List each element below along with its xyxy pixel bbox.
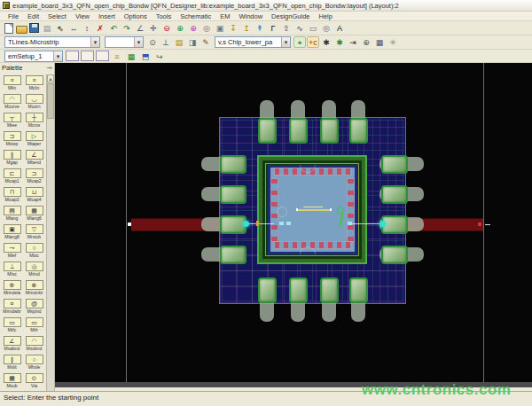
qfn-pad-left-1[interactable]: [220, 155, 246, 174]
insert-polyline-icon[interactable]: ∿: [293, 22, 306, 34]
menu-options[interactable]: Options: [120, 12, 152, 20]
palette-item-micap1[interactable]: ⊏Micap1: [1, 168, 23, 186]
zoom-out-icon[interactable]: ⊖: [160, 22, 173, 34]
palette-item-mcros[interactable]: ┼Mcros: [23, 112, 45, 130]
qfn-pad-right-1[interactable]: [381, 155, 408, 174]
qfn-pad-right-2[interactable]: [381, 185, 408, 204]
palette-item-mrstub[interactable]: ▽Mrstub: [23, 223, 45, 242]
die-bondpads-right[interactable]: [348, 179, 354, 241]
new-file-icon[interactable]: [4, 23, 13, 34]
qfn-pad-top-3[interactable]: [320, 118, 339, 144]
palette-item-msabnd[interactable]: ∠Msabnd: [1, 335, 23, 354]
chevron-down-icon[interactable]: ▼: [90, 37, 99, 47]
bondwire-right[interactable]: [352, 223, 382, 224]
snap-grid-icon[interactable]: ✳: [387, 36, 399, 48]
layout-canvas[interactable]: [55, 63, 532, 387]
insert-path-icon[interactable]: Γ: [267, 22, 279, 34]
menu-designguide[interactable]: DesignGuide: [267, 12, 314, 20]
delete-icon[interactable]: ✗: [94, 22, 106, 34]
chevron-down-icon[interactable]: ▼: [134, 37, 143, 47]
insert-ground-icon[interactable]: ⊥: [160, 36, 172, 48]
palette-item-mcurve[interactable]: ◠Mcurve: [1, 93, 23, 112]
snap-enable-icon[interactable]: ⌖: [293, 36, 306, 48]
insert-text-icon[interactable]: A: [333, 22, 346, 34]
redo-icon[interactable]: ↷: [121, 22, 133, 34]
push-into-hierarchy-icon[interactable]: ↧: [227, 22, 239, 34]
library-browser-icon[interactable]: ▤: [173, 36, 185, 48]
menu-select[interactable]: Select: [43, 12, 71, 20]
menu-schematic[interactable]: Schematic: [176, 12, 215, 20]
pointer-icon[interactable]: ⇖: [54, 22, 66, 34]
port-marker-right[interactable]: [478, 223, 481, 226]
top-level-icon[interactable]: ↟: [254, 22, 266, 34]
menu-file[interactable]: File: [4, 12, 23, 20]
palette-item-mlang8[interactable]: ▣Mlang8: [1, 223, 23, 242]
view-3d-preview-icon[interactable]: ▦: [125, 51, 137, 62]
qfn-pad-top-1[interactable]: [258, 118, 277, 144]
die-bondpads-bottom[interactable]: [275, 242, 351, 248]
pin-icon[interactable]: ⊸: [47, 64, 52, 73]
palette-item-mrindela[interactable]: ⊕Mrindela: [1, 279, 23, 298]
cpw-component-annotation[interactable]: [296, 203, 332, 215]
qfn-pad-bottom-4[interactable]: [349, 277, 368, 303]
palette-item-mlin[interactable]: ≡Mlin: [1, 74, 23, 93]
em-optimize-icon[interactable]: ↪: [153, 51, 166, 62]
shear-icon[interactable]: ∠: [134, 22, 146, 34]
palette-item-mlsc[interactable]: ⊥Mlsc: [1, 261, 23, 279]
palette-item-mtaper[interactable]: ▷Mtaper: [23, 130, 45, 149]
pop-out-hierarchy-icon[interactable]: ↥: [240, 22, 253, 34]
zoom-full-icon[interactable]: ◎: [200, 22, 213, 34]
chevron-down-icon[interactable]: ▼: [53, 51, 62, 61]
palette-item-mslit[interactable]: ∥Mslit: [1, 354, 23, 372]
menu-tools[interactable]: Tools: [152, 12, 176, 20]
palette-item-mtee[interactable]: ┬Mtee: [1, 112, 23, 130]
snap-arc-center-icon[interactable]: ⊕: [360, 36, 372, 48]
palette-item-mrindnbr[interactable]: ⊗Mrindnbr: [23, 279, 45, 298]
em-setup-icon[interactable]: [96, 51, 109, 61]
menu-insert[interactable]: Insert: [94, 12, 120, 20]
snap-midpoint-icon[interactable]: ✱: [333, 36, 346, 48]
qfn-pad-left-2[interactable]: [220, 185, 246, 204]
qfn-pad-top-4[interactable]: [349, 118, 368, 144]
view-3d-icon[interactable]: ⬒: [139, 51, 152, 62]
menu-window[interactable]: Window: [234, 12, 267, 20]
palette-item-mhole[interactable]: ○Mhole: [23, 354, 45, 372]
undo-icon[interactable]: ↶: [107, 22, 120, 34]
substrate-editor-icon[interactable]: ≡: [111, 51, 123, 62]
snap-vertex-icon[interactable]: ✱: [320, 36, 332, 48]
qfn-pad-bottom-2[interactable]: [289, 277, 308, 303]
palette-item-mclin[interactable]: ≡Mclin: [23, 74, 45, 93]
qfn-pad-top-2[interactable]: [289, 118, 308, 144]
palette-item-mlang[interactable]: ▤Mlang: [1, 205, 23, 223]
insert-circle-icon[interactable]: ◎: [320, 22, 332, 34]
palette-item-micap4[interactable]: ⊔Micap4: [23, 186, 45, 205]
print-icon[interactable]: ▤: [41, 22, 53, 34]
palette-item-via[interactable]: ⊙Via: [23, 372, 45, 391]
insert-polygon-icon[interactable]: ⇧: [280, 22, 293, 34]
menu-view[interactable]: View: [71, 12, 94, 20]
palette-item-micap3[interactable]: ⊓Micap3: [1, 186, 23, 205]
palette-scrollbar[interactable]: ▲: [46, 74, 54, 391]
palette-item-msub[interactable]: ▦Msub: [1, 372, 23, 391]
part-select[interactable]: ▼: [105, 36, 144, 48]
snap-pin-icon[interactable]: +c: [307, 36, 319, 48]
palette-item-mloc[interactable]: ○Mloc: [23, 242, 45, 261]
palette-item-mspind[interactable]: @Mspind: [23, 298, 45, 316]
entry-layer-select[interactable]: v,s Chip_lower_pa ▼: [215, 36, 291, 48]
qfn-pad-bottom-1[interactable]: [258, 277, 277, 303]
palette-item-mtfr[interactable]: ▭Mtfr: [23, 316, 45, 335]
palette-item-msobnd[interactable]: ◠Msobnd: [23, 335, 45, 354]
em-stop-icon[interactable]: [81, 51, 94, 61]
save-icon[interactable]: [29, 23, 39, 33]
display-properties-icon[interactable]: ◨: [186, 36, 199, 48]
scroll-up-icon[interactable]: ▲: [47, 74, 54, 82]
menu-edit[interactable]: Edit: [23, 12, 43, 20]
palette-item-mstep[interactable]: ⊐Mstep: [1, 130, 23, 149]
palette-item-mgap[interactable]: ∥Mgap: [1, 149, 23, 168]
open-folder-icon[interactable]: [16, 26, 27, 34]
port-highlight-right[interactable]: [379, 221, 386, 227]
view-all-icon[interactable]: ▣: [214, 22, 226, 34]
menu-help[interactable]: Help: [314, 12, 336, 20]
palette-item-mrind[interactable]: ◎Mrind: [23, 261, 45, 279]
palette-item-micap2[interactable]: ⊐Micap2: [23, 168, 45, 186]
